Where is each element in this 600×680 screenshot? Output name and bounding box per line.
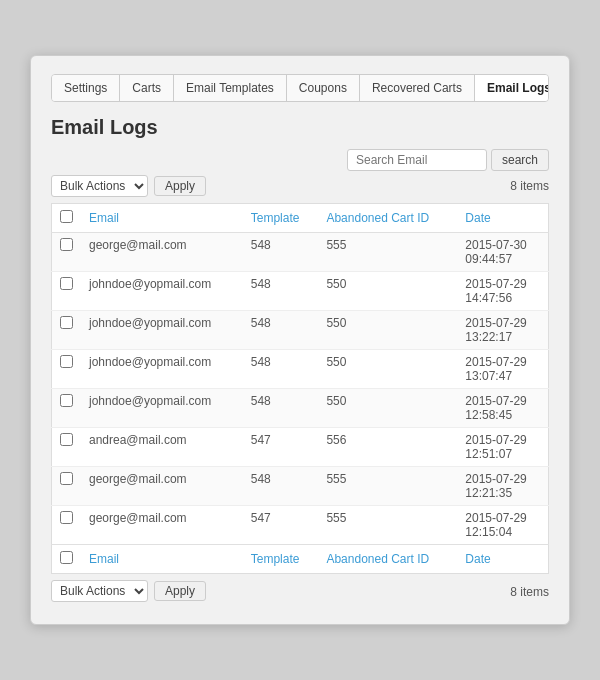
table-row: johndoe@yopmail.com 548 550 2015-07-29 1… [52, 389, 549, 428]
row-cart-id: 555 [318, 233, 457, 272]
row-cart-id: 555 [318, 467, 457, 506]
row-checkbox-cell [52, 467, 82, 506]
bulk-actions-bar: Bulk Actions Apply [51, 175, 206, 197]
table-row: george@mail.com 547 555 2015-07-29 12:15… [52, 506, 549, 545]
row-checkbox-0[interactable] [60, 238, 73, 251]
items-count: 8 items [510, 179, 549, 193]
row-email: george@mail.com [81, 506, 243, 545]
row-date: 2015-07-29 12:51:07 [457, 428, 548, 467]
row-checkbox-cell [52, 311, 82, 350]
tab-email-templates[interactable]: Email Templates [174, 75, 287, 101]
search-area: search [347, 149, 549, 171]
row-checkbox-6[interactable] [60, 472, 73, 485]
row-date: 2015-07-29 14:47:56 [457, 272, 548, 311]
footer-date: Date [457, 545, 548, 574]
row-template: 548 [243, 311, 319, 350]
main-window: Settings Carts Email Templates Coupons R… [30, 55, 570, 625]
tab-recovered-carts[interactable]: Recovered Carts [360, 75, 475, 101]
table-row: johndoe@yopmail.com 548 550 2015-07-29 1… [52, 311, 549, 350]
header-checkbox-col [52, 204, 82, 233]
tab-settings[interactable]: Settings [52, 75, 120, 101]
row-email: andrea@mail.com [81, 428, 243, 467]
row-date: 2015-07-29 12:15:04 [457, 506, 548, 545]
row-email: johndoe@yopmail.com [81, 272, 243, 311]
row-email: george@mail.com [81, 467, 243, 506]
select-all-checkbox-footer[interactable] [60, 551, 73, 564]
email-logs-table: Email Template Abandoned Cart ID Date ge… [51, 203, 549, 574]
header-cart-id: Abandoned Cart ID [318, 204, 457, 233]
table-row: andrea@mail.com 547 556 2015-07-29 12:51… [52, 428, 549, 467]
row-cart-id: 550 [318, 389, 457, 428]
table-row: johndoe@yopmail.com 548 550 2015-07-29 1… [52, 350, 549, 389]
table-row: george@mail.com 548 555 2015-07-30 09:44… [52, 233, 549, 272]
apply-button[interactable]: Apply [154, 176, 206, 196]
search-button[interactable]: search [491, 149, 549, 171]
footer-checkbox-col [52, 545, 82, 574]
footer-email: Email [81, 545, 243, 574]
row-template: 547 [243, 428, 319, 467]
bulk-actions-select[interactable]: Bulk Actions [51, 175, 148, 197]
bottom-items-count: 8 items [510, 585, 549, 599]
row-checkbox-cell [52, 233, 82, 272]
row-checkbox-cell [52, 506, 82, 545]
table-footer-row: Email Template Abandoned Cart ID Date [52, 545, 549, 574]
page-title: Email Logs [51, 116, 549, 139]
select-all-checkbox[interactable] [60, 210, 73, 223]
row-checkbox-cell [52, 428, 82, 467]
row-cart-id: 550 [318, 350, 457, 389]
row-cart-id: 555 [318, 506, 457, 545]
row-email: johndoe@yopmail.com [81, 350, 243, 389]
bottom-bar: Bulk Actions Apply 8 items [51, 580, 549, 604]
row-cart-id: 556 [318, 428, 457, 467]
footer-cart-id: Abandoned Cart ID [318, 545, 457, 574]
row-checkbox-3[interactable] [60, 355, 73, 368]
search-input[interactable] [347, 149, 487, 171]
footer-template: Template [243, 545, 319, 574]
row-checkbox-2[interactable] [60, 316, 73, 329]
row-cart-id: 550 [318, 311, 457, 350]
row-checkbox-cell [52, 389, 82, 428]
tab-coupons[interactable]: Coupons [287, 75, 360, 101]
row-template: 548 [243, 350, 319, 389]
row-date: 2015-07-29 12:21:35 [457, 467, 548, 506]
row-template: 548 [243, 272, 319, 311]
row-checkbox-4[interactable] [60, 394, 73, 407]
table-row: johndoe@yopmail.com 548 550 2015-07-29 1… [52, 272, 549, 311]
row-checkbox-7[interactable] [60, 511, 73, 524]
row-cart-id: 550 [318, 272, 457, 311]
row-date: 2015-07-29 13:22:17 [457, 311, 548, 350]
header-email: Email [81, 204, 243, 233]
row-email: george@mail.com [81, 233, 243, 272]
row-checkbox-cell [52, 350, 82, 389]
bulk-actions-select-bottom[interactable]: Bulk Actions [51, 580, 148, 602]
row-checkbox-5[interactable] [60, 433, 73, 446]
row-email: johndoe@yopmail.com [81, 311, 243, 350]
header-template: Template [243, 204, 319, 233]
table-row: george@mail.com 548 555 2015-07-29 12:21… [52, 467, 549, 506]
bulk-actions-bar-bottom: Bulk Actions Apply [51, 580, 206, 602]
header-date: Date [457, 204, 548, 233]
tab-bar: Settings Carts Email Templates Coupons R… [51, 74, 549, 102]
row-date: 2015-07-30 09:44:57 [457, 233, 548, 272]
row-template: 548 [243, 467, 319, 506]
apply-button-bottom[interactable]: Apply [154, 581, 206, 601]
row-email: johndoe@yopmail.com [81, 389, 243, 428]
tab-email-logs[interactable]: Email Logs [475, 75, 549, 101]
row-checkbox-cell [52, 272, 82, 311]
row-template: 548 [243, 389, 319, 428]
row-date: 2015-07-29 12:58:45 [457, 389, 548, 428]
row-template: 547 [243, 506, 319, 545]
toolbar-top: search [51, 149, 549, 171]
row-checkbox-1[interactable] [60, 277, 73, 290]
table-header-row: Email Template Abandoned Cart ID Date [52, 204, 549, 233]
row-template: 548 [243, 233, 319, 272]
row-date: 2015-07-29 13:07:47 [457, 350, 548, 389]
tab-carts[interactable]: Carts [120, 75, 174, 101]
